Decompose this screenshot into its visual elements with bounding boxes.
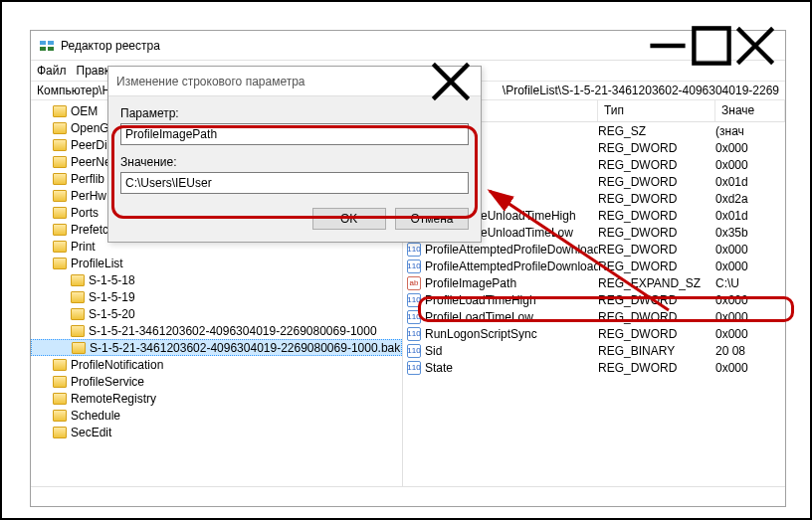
dialog-buttons: OK Отмена	[120, 208, 469, 230]
folder-icon	[53, 122, 67, 134]
value-data: 0x000	[715, 293, 785, 307]
value-type: REG_DWORD	[598, 158, 715, 172]
tree-item-label: ProfileNotification	[71, 358, 163, 372]
tree-item[interactable]: S-1-5-21-3461203602-4096304019-226908006…	[31, 322, 402, 339]
folder-icon	[53, 139, 67, 151]
svg-rect-0	[40, 41, 46, 45]
folder-icon	[53, 427, 67, 438]
tree-item-label: RemoteRegistry	[71, 392, 156, 406]
folder-icon	[53, 241, 67, 253]
value-type: REG_DWORD	[598, 192, 715, 206]
ok-button[interactable]: OK	[312, 208, 386, 230]
value-data: 0x000	[715, 243, 785, 257]
maximize-button[interactable]	[690, 32, 733, 60]
param-input[interactable]	[120, 123, 469, 145]
minimize-button[interactable]	[646, 32, 690, 60]
folder-icon	[53, 190, 67, 202]
folder-icon	[53, 258, 67, 269]
svg-rect-2	[40, 47, 46, 51]
tree-item[interactable]: ProfileList	[31, 255, 402, 271]
list-row[interactable]: 110StateREG_DWORD0x000	[403, 359, 785, 376]
statusbar	[31, 486, 785, 506]
col-type[interactable]: Тип	[598, 100, 715, 121]
binary-value-icon: 110	[407, 243, 421, 257]
binary-value-icon: 110	[407, 344, 421, 358]
value-name: RunLogonScriptSync	[425, 327, 537, 341]
window-title: Редактор реестра	[61, 39, 646, 53]
binary-value-icon: 110	[407, 327, 421, 341]
dialog-body: Параметр: Значение: OK Отмена	[108, 96, 481, 242]
value-data: (знач	[715, 124, 785, 138]
address-right: \ProfileList\S-1-5-21-3461203602-4096304…	[503, 84, 779, 97]
folder-icon	[71, 291, 85, 303]
dialog-title: Изменение строкового параметра	[116, 75, 429, 88]
value-data: 0x01d	[715, 209, 785, 223]
tree-item-label: S-1-5-19	[89, 290, 135, 304]
value-name: ProfileAttemptedProfileDownload...	[425, 243, 598, 257]
list-row[interactable]: 110ProfileAttemptedProfileDownload...REG…	[403, 241, 785, 258]
dialog-close-button[interactable]	[429, 68, 473, 95]
tree-item[interactable]: ProfileService	[31, 373, 402, 390]
list-row[interactable]: 110RunLogonScriptSyncREG_DWORD0x000	[403, 325, 785, 342]
value-data: C:\U	[715, 276, 785, 290]
tree-item[interactable]: S-1-5-18	[31, 271, 402, 288]
col-value[interactable]: Значе	[715, 100, 785, 121]
dialog-titlebar[interactable]: Изменение строкового параметра	[108, 67, 481, 96]
value-data: 0xd2a	[715, 192, 785, 206]
tree-item[interactable]: S-1-5-20	[31, 305, 402, 322]
value-data: 0x000	[715, 260, 785, 273]
list-row[interactable]: 110SidREG_BINARY20 08	[403, 342, 785, 359]
tree-item[interactable]: RemoteRegistry	[31, 390, 402, 407]
menu-file[interactable]: Файл	[37, 64, 67, 78]
tree-item-label: OEM	[71, 104, 98, 118]
tree-item-label: Perflib	[71, 172, 104, 186]
value-name: ProfileAttemptedProfileDownload...	[425, 260, 598, 273]
tree-item[interactable]: ProfileNotification	[31, 356, 402, 373]
list-row[interactable]: 110ProfileAttemptedProfileDownload...REG…	[403, 258, 785, 274]
list-row[interactable]: abProfileImagePathREG_EXPAND_SZC:\U	[403, 274, 785, 291]
folder-icon	[71, 308, 85, 320]
tree-item-label: SecEdit	[71, 426, 111, 439]
value-type: REG_SZ	[598, 124, 715, 138]
tree-item[interactable]: S-1-5-21-3461203602-4096304019-226908006…	[31, 339, 402, 356]
folder-icon	[71, 325, 85, 337]
folder-icon	[53, 376, 67, 388]
folder-icon	[53, 359, 67, 371]
value-data: 20 08	[715, 344, 785, 358]
svg-rect-3	[48, 47, 54, 51]
folder-icon	[53, 224, 67, 236]
main-titlebar[interactable]: Редактор реестра	[31, 31, 785, 61]
tree-item[interactable]: S-1-5-19	[31, 288, 402, 305]
tree-item-label: ProfileService	[71, 375, 144, 389]
folder-icon	[53, 393, 67, 405]
binary-value-icon: 110	[407, 361, 421, 375]
tree-item[interactable]: Schedule	[31, 407, 402, 424]
value-type: REG_DWORD	[598, 141, 715, 155]
folder-icon	[53, 207, 67, 219]
list-row[interactable]: 110ProfileLoadTimeLowREG_DWORD0x000	[403, 308, 785, 325]
value-name: ProfileLoadTimeLow	[425, 310, 533, 324]
binary-value-icon: 110	[407, 260, 421, 273]
value-data: 0x000	[715, 361, 785, 375]
tree-item-label: S-1-5-21-3461203602-4096304019-226908006…	[89, 324, 377, 338]
value-type: REG_DWORD	[598, 310, 715, 324]
param-label: Параметр:	[120, 106, 469, 120]
window-controls	[646, 32, 777, 60]
folder-icon	[53, 173, 67, 185]
value-input[interactable]	[120, 172, 469, 194]
tree-item[interactable]: SecEdit	[31, 424, 402, 440]
list-row[interactable]: 110ProfileLoadTimeHighREG_DWORD0x000	[403, 291, 785, 308]
value-label: Значение:	[120, 155, 469, 169]
tree-item-label: S-1-5-18	[89, 273, 135, 287]
folder-icon	[53, 410, 67, 422]
value-name: ProfileImagePath	[425, 276, 516, 290]
tree-item-label: Print	[71, 240, 96, 254]
cancel-button[interactable]: Отмена	[395, 208, 469, 230]
tree-item-label: S-1-5-20	[89, 307, 135, 321]
svg-rect-1	[48, 41, 54, 45]
close-button[interactable]	[733, 32, 777, 60]
edit-string-dialog: Изменение строкового параметра Параметр:…	[107, 66, 482, 243]
value-data: 0x000	[715, 327, 785, 341]
value-type: REG_BINARY	[598, 344, 715, 358]
value-type: REG_DWORD	[598, 361, 715, 375]
